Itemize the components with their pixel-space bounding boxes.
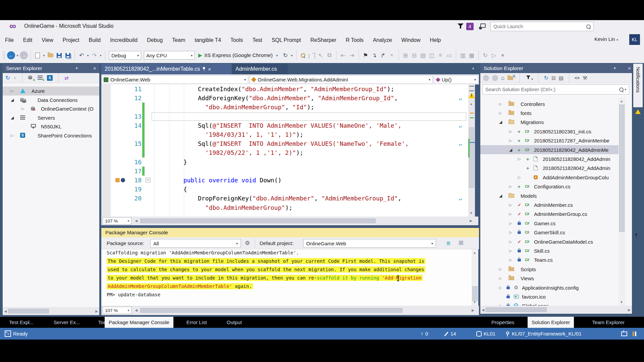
nav-back-icon[interactable]: ←	[7, 51, 15, 60]
chevron-down-icon[interactable]: ▾	[76, 66, 78, 70]
panel-tab[interactable]: Output	[223, 317, 246, 328]
document-list-chevron-icon[interactable]: ▾	[472, 66, 474, 71]
toolbar-misc-icon-5[interactable]: ≡	[436, 51, 445, 60]
solution-explorer-hscrollbar[interactable]: ◀▶	[480, 306, 632, 314]
document-tab[interactable]: AdminMember.cs	[232, 64, 288, 74]
refactor-suggestion-icon[interactable]: ↩	[459, 95, 462, 104]
tree-item[interactable]: ◢+C#201805211828042_AddAdminMe	[480, 145, 619, 154]
menu-item-project[interactable]: Project	[63, 37, 79, 43]
incredibuild-filter-icon[interactable]	[458, 23, 464, 30]
panel-tab[interactable]: Package Manager Console	[105, 317, 173, 328]
splitter-handle[interactable]	[469, 86, 474, 91]
breadcrumb-member-dropdown[interactable]: Up()▾	[434, 75, 478, 84]
home-icon[interactable]: ⌂	[501, 75, 504, 81]
menu-item-tangible-t4[interactable]: tangible T4	[195, 37, 221, 43]
stop-find-icon[interactable]: ×	[387, 51, 396, 60]
indent-right-icon[interactable]: ⇥	[347, 51, 356, 60]
expand-icon[interactable]: ▷	[518, 157, 521, 161]
panel-tab[interactable]: Team Explorer	[588, 317, 629, 328]
notifications-tab[interactable]: Notifications	[633, 64, 643, 107]
pin-icon[interactable]	[635, 233, 638, 237]
pmc-console-output[interactable]: Scaffolding migration 'AddAdminMemberGro…	[101, 249, 472, 306]
breadcrumb-project-dropdown[interactable]: OnlineGame.Web▾	[101, 75, 248, 84]
refresh-icon[interactable]: ↻	[5, 74, 10, 81]
editor-hscroll-thumb[interactable]	[140, 219, 376, 223]
menu-item-tools[interactable]: Tools	[230, 37, 243, 43]
platform-select[interactable]: Any CPU▾	[144, 51, 195, 60]
panel-tab[interactable]: Solution Explorer	[528, 317, 574, 328]
menu-item-file[interactable]: File	[5, 37, 14, 43]
menu-item-help[interactable]: Help	[430, 37, 441, 43]
tree-item[interactable]: ◢Data Connections	[3, 96, 99, 105]
code-editor[interactable]: 11CreateIndex("dbo.AdminMember", "AdminM…	[101, 84, 468, 217]
tree-item[interactable]: ▷Scripts	[480, 264, 619, 274]
breadcrumb-class-dropdown[interactable]: OnlineGame.Web.Migrations.AddAdminI▾	[250, 75, 433, 84]
pmc-vscrollbar[interactable]: ▲ ▼	[472, 249, 478, 306]
menu-item-incredibuild[interactable]: Incredibuild	[110, 37, 138, 43]
undo-icon[interactable]: ↶	[77, 51, 86, 60]
repository-indicator[interactable]: KL01	[476, 328, 495, 340]
scroll-up-icon[interactable]: ▲	[470, 102, 473, 106]
scroll-thumb[interactable]	[472, 286, 478, 301]
avatar[interactable]: KL	[629, 34, 640, 45]
data-compare-icon[interactable]: ⇄	[64, 75, 69, 81]
toolbar-misc-icon-8[interactable]: ▦	[467, 51, 476, 60]
collapse-icon[interactable]: ◢	[11, 115, 14, 120]
tree-item[interactable]: +201805211828042_AddAdmin	[480, 164, 619, 173]
toolbar-misc-icon-1[interactable]: ⊞	[401, 51, 410, 60]
hscroll-left-icon[interactable]: ◀	[133, 308, 139, 312]
panel-tab[interactable]: Properties	[487, 317, 518, 328]
expand-icon[interactable]: ▷	[21, 107, 24, 111]
expand-icon[interactable]: ▷	[499, 276, 502, 281]
menu-item-view[interactable]: View	[42, 37, 53, 43]
tree-item[interactable]: ▷C#Skill.cs	[480, 246, 619, 255]
refactor-suggestion-icon[interactable]: ↩	[459, 195, 462, 204]
tree-item[interactable]: ◢Servers	[3, 113, 99, 122]
scroll-thumb[interactable]	[469, 127, 474, 188]
signed-in-user[interactable]: Kevin Lin ▾	[594, 36, 618, 42]
menu-item-r-tools[interactable]: R Tools	[346, 37, 364, 43]
refactor-suggestion-icon[interactable]: ↩	[459, 140, 462, 149]
editor-vscrollbar[interactable]: ▲ ▼	[468, 84, 475, 217]
new-file-icon[interactable]	[33, 51, 42, 60]
menu-item-window[interactable]: Window	[401, 37, 421, 43]
fold-collapse-icon[interactable]: −	[146, 178, 150, 182]
tree-item[interactable]: ▷Global.asax	[480, 301, 619, 306]
refresh-icon[interactable]: ↻	[544, 75, 548, 81]
tree-item[interactable]: ▷+C#201805211817287_AdminMembe	[480, 136, 619, 145]
expand-icon[interactable]: ▷	[509, 129, 512, 133]
hscroll-right-icon[interactable]: ▶	[470, 308, 476, 312]
solution-search-input[interactable]: Search Solution Explorer (Ctrl+;) ▾	[482, 84, 629, 95]
solution-explorer-vscrollbar[interactable]: ▲ ▼	[619, 98, 625, 306]
menu-item-analyze[interactable]: Analyze	[373, 37, 392, 43]
feedback-icon[interactable]	[478, 23, 486, 31]
hscroll-left-icon[interactable]: ◀	[133, 219, 139, 223]
menu-item-sql-prompt[interactable]: SQL Prompt	[272, 37, 301, 43]
tree-item[interactable]: ▷C#GamerSkill.cs	[480, 228, 619, 237]
tree-item[interactable]: ▷Azure	[3, 86, 99, 96]
pmc-hscroll-thumb[interactable]	[140, 308, 402, 313]
menu-item-edit[interactable]: Edit	[23, 37, 33, 43]
run-button[interactable]: ▶IIS Express (Google Chrome)▾	[198, 52, 279, 58]
tree-item[interactable]: ◢Models	[480, 191, 619, 200]
document-tab[interactable]: 201805211828042_...inMemberTable.cs×	[101, 64, 231, 74]
expand-icon[interactable]: ▷	[11, 89, 13, 93]
refresh-icon[interactable]: ↻	[281, 51, 290, 60]
step-over-icon[interactable]: ↱	[379, 51, 387, 60]
settings-gear-icon[interactable]: ⚙	[245, 240, 250, 247]
menu-item-debug[interactable]: Debug	[147, 37, 163, 43]
expand-icon[interactable]: ▷	[499, 285, 502, 290]
save-all-icon[interactable]	[63, 51, 72, 60]
sharepoint-icon[interactable]: S	[47, 75, 53, 81]
collapse-icon[interactable]: ◢	[509, 147, 512, 152]
refresh-secondary-icon[interactable]: ↻	[481, 51, 490, 60]
toolbar-misc-icon-2[interactable]: ⊟	[410, 51, 419, 60]
dropdown-caret-icon[interactable]: ▾	[99, 54, 103, 57]
wrench-icon[interactable]: ⚒	[583, 75, 587, 81]
toolbar-misc-icon-6[interactable]: ▭	[445, 51, 453, 60]
collapse-all-icon[interactable]: ⊟	[551, 75, 556, 81]
open-file-icon[interactable]	[46, 51, 55, 60]
expand-icon[interactable]: ▷	[499, 102, 502, 106]
tree-item[interactable]: ▷AddAdminMemberGroupColu	[480, 173, 619, 182]
pin-icon[interactable]	[203, 67, 205, 71]
